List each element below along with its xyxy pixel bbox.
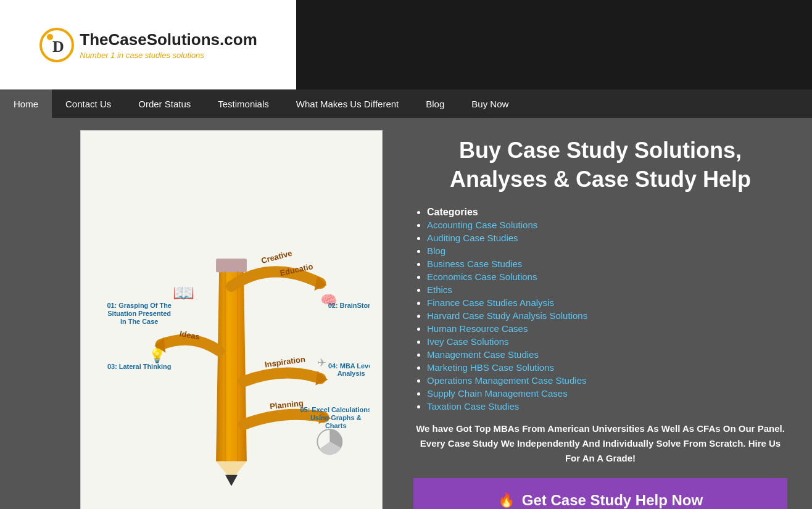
nav-buy-now[interactable]: Buy Now xyxy=(458,89,522,118)
list-item[interactable]: Ivey Case Solutions xyxy=(427,336,787,347)
category-link-hr[interactable]: Human Resource Cases xyxy=(427,323,528,334)
list-item[interactable]: Operations Management Case Studies xyxy=(427,375,787,386)
svg-text:04: MBA Level: 04: MBA Level xyxy=(328,362,370,370)
category-link-auditing[interactable]: Auditing Case Studies xyxy=(427,233,518,243)
svg-text:02: BrainStorming: 02: BrainStorming xyxy=(328,302,370,309)
logo-icon-text: D TheCaseSolutions.com Number 1 in case … xyxy=(39,27,257,63)
right-panel: Buy Case Study Solutions, Analyses & Cas… xyxy=(401,130,800,509)
header: D TheCaseSolutions.com Number 1 in case … xyxy=(0,0,812,89)
logo-area: D TheCaseSolutions.com Number 1 in case … xyxy=(0,0,296,89)
flame-icon: 🔥 xyxy=(498,492,515,508)
category-link-operations[interactable]: Operations Management Case Studies xyxy=(427,375,586,386)
list-item[interactable]: Auditing Case Studies xyxy=(427,233,787,244)
category-link-economics[interactable]: Economics Case Solutions xyxy=(427,271,537,282)
svg-marker-7 xyxy=(225,475,238,486)
svg-text:📖: 📖 xyxy=(173,283,194,303)
svg-text:In The Case: In The Case xyxy=(120,318,158,325)
list-item[interactable]: Finance Case Studies Analysis xyxy=(427,297,787,308)
heading-line1: Buy Case Study Solutions, xyxy=(459,138,742,163)
svg-rect-5 xyxy=(216,259,247,272)
list-item[interactable]: Supply Chain Management Cases xyxy=(427,388,787,399)
svg-text:✈: ✈ xyxy=(317,357,326,369)
logo-text-wrapper: TheCaseSolutions.com Number 1 in case st… xyxy=(80,30,257,60)
cta-label: Get Case Study Help Now xyxy=(522,492,703,509)
category-link-ethics[interactable]: Ethics xyxy=(427,284,452,295)
category-link-ivey[interactable]: Ivey Case Solutions xyxy=(427,336,509,347)
categories-label: Categories xyxy=(427,207,787,218)
list-item[interactable]: Harvard Case Study Analysis Solutions xyxy=(427,310,787,321)
logo-title: TheCaseSolutions.com xyxy=(80,30,257,49)
category-link-finance[interactable]: Finance Case Studies Analysis xyxy=(427,297,554,308)
nav-home[interactable]: Home xyxy=(0,89,52,118)
category-link-supply-chain[interactable]: Supply Chain Management Cases xyxy=(427,388,568,399)
svg-text:D: D xyxy=(52,38,64,56)
navbar: Home Contact Us Order Status Testimonial… xyxy=(0,89,812,118)
list-item[interactable]: Management Case Studies xyxy=(427,349,787,360)
list-item[interactable]: Blog xyxy=(427,246,787,257)
svg-text:💡: 💡 xyxy=(149,347,166,364)
main-content: Creative Educatio Ideas Inspiration Plan… xyxy=(0,118,812,509)
list-item[interactable]: Accounting Case Solutions xyxy=(427,220,787,231)
list-item[interactable]: Marketing HBS Case Solutions xyxy=(427,362,787,373)
nav-testimonials[interactable]: Testimonials xyxy=(204,89,283,118)
svg-text:Analysis: Analysis xyxy=(338,370,365,377)
svg-text:05: Excel Calculations: 05: Excel Calculations xyxy=(300,406,370,413)
list-item[interactable]: Human Resource Cases xyxy=(427,323,787,334)
svg-text:Situation Presented: Situation Presented xyxy=(107,310,171,317)
category-link-blog[interactable]: Blog xyxy=(427,246,445,256)
category-link-business[interactable]: Business Case Studies xyxy=(427,259,522,269)
list-item[interactable]: Business Case Studies xyxy=(427,259,787,270)
heading-line2: Analyses & Case Study Help xyxy=(450,167,751,192)
page-heading: Buy Case Study Solutions, Analyses & Cas… xyxy=(413,136,787,194)
category-link-accounting[interactable]: Accounting Case Solutions xyxy=(427,220,537,230)
list-item[interactable]: Taxation Case Studies xyxy=(427,401,787,412)
list-item[interactable]: Ethics xyxy=(427,284,787,296)
category-link-marketing[interactable]: Marketing HBS Case Solutions xyxy=(427,362,554,373)
categories-list: Categories Accounting Case Solutions Aud… xyxy=(413,207,787,412)
svg-marker-4 xyxy=(216,271,247,461)
category-link-taxation[interactable]: Taxation Case Studies xyxy=(427,401,519,412)
category-link-management[interactable]: Management Case Studies xyxy=(427,349,539,360)
description-text: We have Got Top MBAs From American Unive… xyxy=(413,421,787,466)
svg-text:03: Lateral Thinking: 03: Lateral Thinking xyxy=(107,363,171,371)
infographic-image: Creative Educatio Ideas Inspiration Plan… xyxy=(93,143,370,509)
nav-contact[interactable]: Contact Us xyxy=(52,89,125,118)
left-panel: Creative Educatio Ideas Inspiration Plan… xyxy=(80,130,383,509)
list-item[interactable]: Economics Case Solutions xyxy=(427,271,787,283)
svg-text:Charts: Charts xyxy=(325,422,347,429)
svg-text:Using Graphs &: Using Graphs & xyxy=(310,414,362,421)
svg-text:01: Grasping Of The: 01: Grasping Of The xyxy=(107,302,172,309)
nav-what-makes-us[interactable]: What Makes Us Different xyxy=(283,89,412,118)
logo-subtitle: Number 1 in case studies solutions xyxy=(80,51,204,60)
logo-icon: D xyxy=(39,27,75,63)
category-link-harvard[interactable]: Harvard Case Study Analysis Solutions xyxy=(427,310,587,321)
cta-button[interactable]: 🔥 Get Case Study Help Now xyxy=(413,478,787,509)
nav-blog[interactable]: Blog xyxy=(412,89,458,118)
nav-order-status[interactable]: Order Status xyxy=(125,89,204,118)
